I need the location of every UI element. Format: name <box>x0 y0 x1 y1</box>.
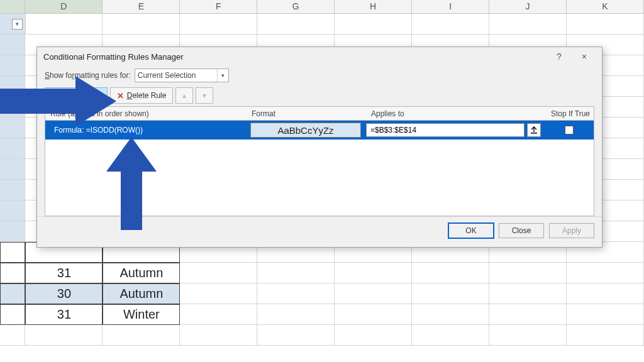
col-E[interactable]: E <box>103 0 180 13</box>
move-up-button[interactable]: ▴ <box>175 87 193 104</box>
svg-rect-1 <box>53 93 55 95</box>
cell-num-1[interactable]: 31 <box>25 263 103 283</box>
col-gutter[interactable] <box>0 0 25 13</box>
rule-name: Formula: =ISODD(ROW()) <box>45 126 250 134</box>
col-K[interactable]: K <box>567 0 644 13</box>
show-rules-combo[interactable]: Current Selection ▾ <box>135 69 229 82</box>
ok-button[interactable]: OK <box>448 223 494 238</box>
chevron-down-icon: ▾ <box>203 91 206 100</box>
apply-button[interactable]: Apply <box>549 223 594 238</box>
cell-season-3[interactable]: Winter <box>103 304 180 325</box>
rule-row-selected[interactable]: Formula: =ISODD(ROW()) AaBbCcYyZz =$B$3:… <box>45 121 594 140</box>
column-headers: D E F G H I J K <box>0 0 644 14</box>
delete-rule-button[interactable]: ✕ Delete Rule <box>110 87 174 104</box>
close-button[interactable]: Close <box>499 223 544 238</box>
show-rules-label: Show formatting rules for: <box>45 71 131 80</box>
header-format: Format <box>252 109 371 118</box>
delete-rule-label: Delete Rule <box>127 91 167 100</box>
applies-to-input[interactable]: =$B$3:$E$14 <box>366 123 525 137</box>
svg-rect-2 <box>55 93 57 95</box>
cell-num-2[interactable]: 30 <box>25 283 103 304</box>
col-J[interactable]: J <box>489 0 567 13</box>
rules-list[interactable]: Formula: =ISODD(ROW()) AaBbCcYyZz =$B$3:… <box>45 120 594 216</box>
svg-rect-4 <box>531 133 537 134</box>
conditional-formatting-dialog: Conditional Formatting Rules Manager ? ×… <box>36 47 602 248</box>
header-applies: Applies to <box>371 109 543 118</box>
dialog-titlebar[interactable]: Conditional Formatting Rules Manager ? × <box>37 47 602 66</box>
rules-list-header: Rule (applied in order shown) Format App… <box>45 106 594 120</box>
dialog-title: Conditional Formatting Rules Manager <box>43 52 184 62</box>
cell-num-0-partial[interactable] <box>0 242 25 263</box>
col-G[interactable]: G <box>257 0 335 13</box>
header-stop: Stop If True <box>543 109 594 118</box>
edit-rule-button[interactable]: Edit Rule... <box>45 87 108 104</box>
cell-season-2[interactable]: Autumn <box>103 283 180 304</box>
chevron-up-icon: ▴ <box>182 91 186 100</box>
range-picker-icon <box>530 126 538 134</box>
col-I[interactable]: I <box>412 0 489 13</box>
header-rule: Rule (applied in order shown) <box>50 109 252 118</box>
col-H[interactable]: H <box>335 0 412 13</box>
chevron-down-icon[interactable]: ▾ <box>12 19 23 30</box>
stop-if-true-checkbox[interactable] <box>565 126 574 134</box>
show-rules-value: Current Selection <box>138 71 196 80</box>
col-F[interactable]: F <box>180 0 257 13</box>
rule-format-preview: AaBbCcYyZz <box>250 123 361 138</box>
range-picker-button[interactable] <box>527 123 541 137</box>
help-button[interactable]: ? <box>547 52 572 62</box>
col-D[interactable]: D <box>25 0 103 13</box>
edit-rule-label: Edit Rule... <box>64 91 101 100</box>
close-icon[interactable]: × <box>572 52 597 62</box>
delete-icon: ✕ <box>117 91 124 101</box>
svg-rect-3 <box>53 95 55 97</box>
move-down-button[interactable]: ▾ <box>196 87 213 104</box>
autofilter-dropdown[interactable]: ▾ <box>0 14 26 35</box>
cell-num-3[interactable]: 31 <box>25 304 103 325</box>
chevron-down-icon[interactable]: ▾ <box>217 69 228 82</box>
edit-rule-icon <box>52 91 60 100</box>
cell-season-1[interactable]: Autumn <box>103 263 180 283</box>
